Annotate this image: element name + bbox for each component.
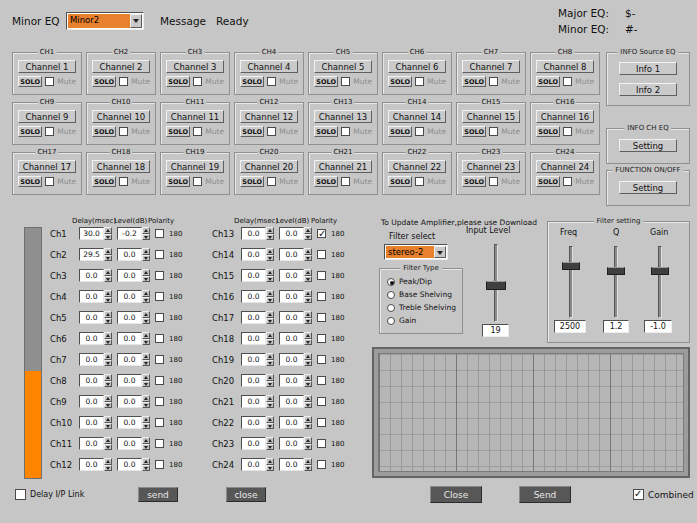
channel-button[interactable]: Channel 10 [92,110,150,123]
info1-button[interactable]: Info 1 [619,62,677,75]
mute-checkbox[interactable] [341,127,350,136]
delay-spinner[interactable]: 0.0 [79,353,112,366]
level-spinner[interactable]: 0.0 [117,353,150,366]
spinner-down-button[interactable] [266,339,274,346]
filter-type-option[interactable]: Peak/Dip [387,277,455,286]
channel-button[interactable]: Channel 5 [314,60,372,73]
spinner-down-button[interactable] [142,234,150,241]
gain-slider-thumb[interactable] [651,267,669,275]
close-button[interactable]: Close [430,486,482,503]
solo-button[interactable]: SOLO [314,176,338,187]
spinner-down-button[interactable] [266,255,274,262]
level-spinner[interactable]: 0.0 [279,437,312,450]
channel-button[interactable]: Channel 18 [92,160,150,173]
spinner-down-button[interactable] [304,318,312,325]
filter-type-option[interactable]: Treble Shelving [387,303,455,312]
spinner-down-button[interactable] [142,444,150,451]
solo-button[interactable]: SOLO [388,126,412,137]
polarity-checkbox[interactable] [155,355,164,364]
mute-checkbox[interactable] [193,77,202,86]
polarity-checkbox[interactable] [317,355,326,364]
spinner-down-button[interactable] [104,360,112,367]
spinner-down-button[interactable] [266,276,274,283]
send-small-button[interactable]: send [138,487,178,502]
chevron-down-icon[interactable] [130,14,142,28]
level-spinner[interactable]: 0.0 [279,227,312,240]
solo-button[interactable]: SOLO [18,126,42,137]
delay-spinner[interactable]: 0.0 [241,374,274,387]
mute-checkbox[interactable] [341,177,350,186]
channel-button[interactable]: Channel 2 [92,60,150,73]
spinner-down-button[interactable] [304,444,312,451]
spinner-down-button[interactable] [304,297,312,304]
polarity-checkbox[interactable] [317,397,326,406]
level-spinner[interactable]: 0.0 [279,248,312,261]
freq-slider-track[interactable] [569,246,573,318]
solo-button[interactable]: SOLO [18,176,42,187]
solo-button[interactable]: SOLO [314,126,338,137]
mute-checkbox[interactable] [193,127,202,136]
spinner-down-button[interactable] [104,276,112,283]
channel-button[interactable]: Channel 15 [462,110,520,123]
spinner-down-button[interactable] [104,339,112,346]
mute-checkbox[interactable] [341,77,350,86]
solo-button[interactable]: SOLO [18,76,42,87]
polarity-checkbox[interactable] [155,418,164,427]
q-slider-thumb[interactable] [607,267,625,275]
mute-checkbox[interactable] [45,177,54,186]
spinner-down-button[interactable] [142,276,150,283]
polarity-checkbox[interactable] [155,439,164,448]
channel-button[interactable]: Channel 7 [462,60,520,73]
filter-type-option[interactable]: Base Shelving [387,290,455,299]
delay-spinner[interactable]: 0.0 [241,227,274,240]
delay-spinner[interactable]: 0.0 [241,395,274,408]
spinner-down-button[interactable] [304,381,312,388]
delay-spinner[interactable]: 0.0 [79,395,112,408]
channel-button[interactable]: Channel 16 [536,110,594,123]
delay-link-checkbox[interactable] [15,489,26,500]
channel-button[interactable]: Channel 23 [462,160,520,173]
spinner-down-button[interactable] [104,444,112,451]
polarity-checkbox[interactable] [317,334,326,343]
spinner-down-button[interactable] [304,276,312,283]
delay-spinner[interactable]: 0.0 [79,416,112,429]
spinner-down-button[interactable] [142,423,150,430]
spinner-down-button[interactable] [142,318,150,325]
mute-checkbox[interactable] [415,177,424,186]
level-spinner[interactable]: 0.0 [117,437,150,450]
polarity-checkbox[interactable] [317,229,326,238]
spinner-down-button[interactable] [304,465,312,472]
mute-checkbox[interactable] [489,77,498,86]
level-spinner[interactable]: 0.0 [279,416,312,429]
gain-slider-track[interactable] [658,246,662,318]
delay-spinner[interactable]: 0.0 [79,437,112,450]
solo-button[interactable]: SOLO [536,176,560,187]
level-spinner[interactable]: 0.0 [279,353,312,366]
level-spinner[interactable]: 0.0 [117,248,150,261]
channel-button[interactable]: Channel 8 [536,60,594,73]
polarity-checkbox[interactable] [317,313,326,322]
delay-spinner[interactable]: 0.0 [241,458,274,471]
delay-spinner[interactable]: 29.5 [79,248,112,261]
polarity-checkbox[interactable] [155,460,164,469]
filter-select-dropdown[interactable]: stereo-2 [384,244,448,260]
channel-button[interactable]: Channel 9 [18,110,76,123]
level-spinner[interactable]: 0.0 [279,311,312,324]
level-spinner[interactable]: 0.0 [279,332,312,345]
channel-button[interactable]: Channel 1 [18,60,76,73]
level-spinner[interactable]: 0.0 [117,269,150,282]
mute-checkbox[interactable] [563,77,572,86]
solo-button[interactable]: SOLO [536,126,560,137]
spinner-down-button[interactable] [104,255,112,262]
mute-checkbox[interactable] [119,127,128,136]
spinner-down-button[interactable] [142,255,150,262]
delay-spinner[interactable]: 0.0 [241,269,274,282]
freq-slider-thumb[interactable] [562,262,580,270]
solo-button[interactable]: SOLO [388,176,412,187]
delay-spinner[interactable]: 0.0 [241,437,274,450]
spinner-down-button[interactable] [266,465,274,472]
channel-button[interactable]: Channel 3 [166,60,224,73]
level-spinner[interactable]: -0.2 [117,227,150,240]
mute-checkbox[interactable] [563,127,572,136]
level-spinner[interactable]: 0.0 [279,458,312,471]
